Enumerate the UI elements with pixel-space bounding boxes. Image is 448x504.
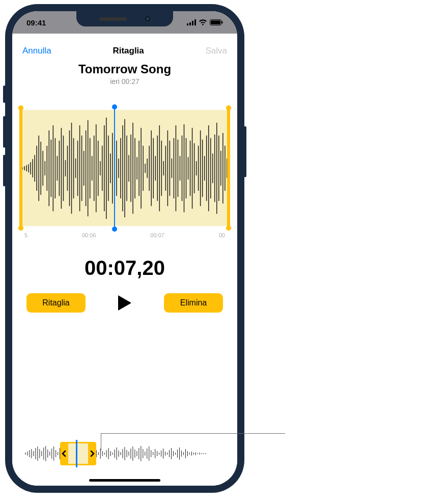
play-button[interactable] [114,292,136,314]
trim-handle-right[interactable] [227,108,230,228]
tick: 00:06 [82,232,96,238]
wifi-icon [199,19,207,25]
battery-icon [210,19,223,25]
power-button [244,126,246,177]
current-time: 00:07,20 [12,257,237,279]
trim-button[interactable]: Ritaglia [26,293,86,313]
recording-title: Tomorrow Song [12,62,237,76]
overview-handle-right[interactable] [88,443,96,464]
tick: 5 [24,232,27,238]
chevron-right-icon [90,450,95,457]
overview-handle-left[interactable] [60,443,68,464]
chevron-left-icon [62,450,66,457]
tick: 00 [219,232,225,238]
cellular-icon [187,19,196,25]
overview-track[interactable] [23,439,226,468]
status-icons [187,19,223,25]
nav-title: Ritaglia [113,46,144,56]
nav-bar: Annulla Ritaglia Salva [12,38,237,60]
waveform-area[interactable]: 5 00:06 00:07 00 [12,106,237,238]
svg-rect-2 [192,21,193,25]
screen: 09:41 Annulla Ritaglia Salva Tomorrow So… [12,11,237,486]
svg-rect-6 [222,21,223,24]
svg-rect-1 [189,22,191,25]
play-icon [117,294,132,312]
svg-rect-0 [187,23,188,25]
overview-selection[interactable] [60,442,97,465]
recording-header: Tomorrow Song ieri 00:27 [12,60,237,86]
svg-rect-5 [211,20,220,24]
callout-line [101,433,285,434]
svg-rect-3 [194,19,196,25]
time-ticks: 5 00:06 00:07 00 [12,232,237,238]
volume-down-button [3,155,6,186]
overview-waveform [23,444,226,463]
controls-row: Ritaglia Elimina [12,279,237,314]
volume-up-button [3,116,6,148]
tick: 00:07 [150,232,164,238]
trim-handle-left[interactable] [19,108,22,228]
edit-card: Annulla Ritaglia Salva Tomorrow Song ier… [12,38,237,486]
waveform [12,110,237,227]
recording-subtitle: ieri 00:27 [12,77,237,86]
side-button [3,86,6,103]
overview-playhead[interactable] [76,440,77,467]
phone-frame: 09:41 Annulla Ritaglia Salva Tomorrow So… [5,4,244,493]
home-indicator[interactable] [89,479,160,482]
delete-button[interactable]: Elimina [164,293,223,313]
status-time: 09:41 [26,18,46,27]
playhead[interactable] [114,107,115,229]
notch [76,11,173,26]
cancel-button[interactable]: Annulla [22,46,51,56]
save-button[interactable]: Salva [205,46,227,56]
